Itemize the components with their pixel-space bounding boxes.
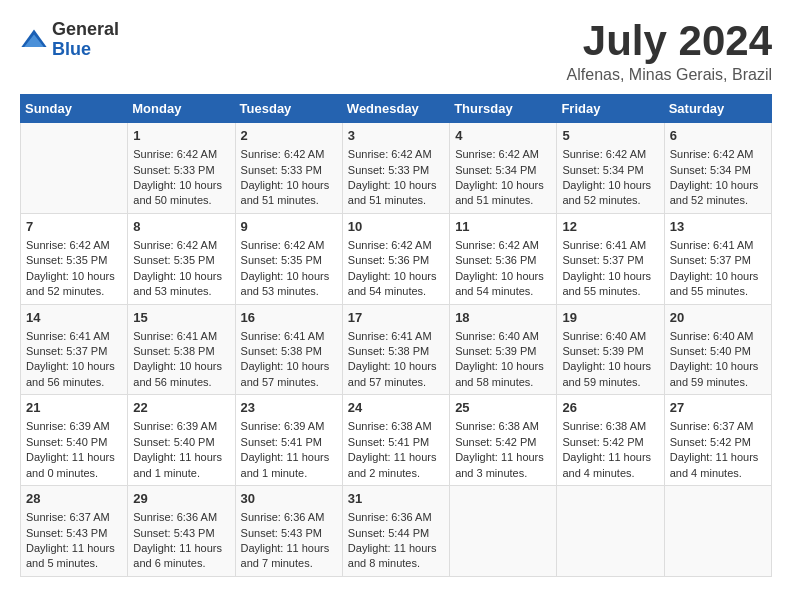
day-number: 7	[26, 218, 122, 236]
logo-text: General Blue	[52, 20, 119, 60]
day-info: Sunrise: 6:42 AM	[26, 238, 122, 253]
day-info: and 5 minutes.	[26, 556, 122, 571]
calendar-cell: 18Sunrise: 6:40 AMSunset: 5:39 PMDayligh…	[450, 304, 557, 395]
day-info: and 8 minutes.	[348, 556, 444, 571]
day-info: and 57 minutes.	[348, 375, 444, 390]
calendar-cell: 11Sunrise: 6:42 AMSunset: 5:36 PMDayligh…	[450, 213, 557, 304]
day-info: Daylight: 10 hours	[241, 269, 337, 284]
day-info: Sunset: 5:38 PM	[348, 344, 444, 359]
day-info: Daylight: 10 hours	[455, 269, 551, 284]
calendar-cell: 30Sunrise: 6:36 AMSunset: 5:43 PMDayligh…	[235, 486, 342, 577]
day-info: Sunset: 5:36 PM	[455, 253, 551, 268]
day-info: Sunrise: 6:41 AM	[562, 238, 658, 253]
weekday-header-tuesday: Tuesday	[235, 95, 342, 123]
day-info: Sunrise: 6:40 AM	[455, 329, 551, 344]
day-info: Sunset: 5:40 PM	[670, 344, 766, 359]
day-number: 21	[26, 399, 122, 417]
day-info: Sunset: 5:37 PM	[562, 253, 658, 268]
weekday-header-thursday: Thursday	[450, 95, 557, 123]
calendar-cell: 20Sunrise: 6:40 AMSunset: 5:40 PMDayligh…	[664, 304, 771, 395]
day-info: Sunset: 5:37 PM	[26, 344, 122, 359]
day-info: Sunrise: 6:41 AM	[348, 329, 444, 344]
day-info: Sunrise: 6:42 AM	[348, 238, 444, 253]
day-info: Sunset: 5:40 PM	[26, 435, 122, 450]
day-info: and 54 minutes.	[348, 284, 444, 299]
day-info: Daylight: 10 hours	[133, 178, 229, 193]
day-info: and 0 minutes.	[26, 466, 122, 481]
day-number: 1	[133, 127, 229, 145]
day-info: Daylight: 10 hours	[133, 269, 229, 284]
day-info: and 1 minute.	[133, 466, 229, 481]
location: Alfenas, Minas Gerais, Brazil	[567, 66, 772, 84]
day-number: 16	[241, 309, 337, 327]
day-info: Sunrise: 6:36 AM	[241, 510, 337, 525]
day-info: Sunset: 5:42 PM	[562, 435, 658, 450]
calendar-cell: 16Sunrise: 6:41 AMSunset: 5:38 PMDayligh…	[235, 304, 342, 395]
day-info: Sunset: 5:33 PM	[133, 163, 229, 178]
calendar-cell: 10Sunrise: 6:42 AMSunset: 5:36 PMDayligh…	[342, 213, 449, 304]
day-info: Daylight: 11 hours	[26, 450, 122, 465]
day-info: and 55 minutes.	[562, 284, 658, 299]
day-number: 9	[241, 218, 337, 236]
calendar-cell: 25Sunrise: 6:38 AMSunset: 5:42 PMDayligh…	[450, 395, 557, 486]
day-number: 6	[670, 127, 766, 145]
day-info: and 53 minutes.	[133, 284, 229, 299]
day-number: 19	[562, 309, 658, 327]
day-info: Sunrise: 6:42 AM	[455, 147, 551, 162]
day-info: Sunrise: 6:42 AM	[133, 147, 229, 162]
calendar-cell: 7Sunrise: 6:42 AMSunset: 5:35 PMDaylight…	[21, 213, 128, 304]
day-info: Sunrise: 6:38 AM	[455, 419, 551, 434]
day-info: Sunrise: 6:41 AM	[26, 329, 122, 344]
logo-general: General	[52, 20, 119, 40]
day-info: and 7 minutes.	[241, 556, 337, 571]
day-info: Sunrise: 6:36 AM	[348, 510, 444, 525]
day-number: 29	[133, 490, 229, 508]
calendar-cell: 26Sunrise: 6:38 AMSunset: 5:42 PMDayligh…	[557, 395, 664, 486]
day-info: Sunrise: 6:41 AM	[133, 329, 229, 344]
calendar-cell: 23Sunrise: 6:39 AMSunset: 5:41 PMDayligh…	[235, 395, 342, 486]
day-info: Daylight: 10 hours	[455, 178, 551, 193]
calendar-cell: 19Sunrise: 6:40 AMSunset: 5:39 PMDayligh…	[557, 304, 664, 395]
calendar-cell: 5Sunrise: 6:42 AMSunset: 5:34 PMDaylight…	[557, 123, 664, 214]
page-header: General Blue July 2024 Alfenas, Minas Ge…	[20, 20, 772, 84]
calendar-cell: 9Sunrise: 6:42 AMSunset: 5:35 PMDaylight…	[235, 213, 342, 304]
day-info: Daylight: 11 hours	[670, 450, 766, 465]
calendar-cell: 14Sunrise: 6:41 AMSunset: 5:37 PMDayligh…	[21, 304, 128, 395]
day-info: and 57 minutes.	[241, 375, 337, 390]
day-info: and 50 minutes.	[133, 193, 229, 208]
calendar-week-row: 21Sunrise: 6:39 AMSunset: 5:40 PMDayligh…	[21, 395, 772, 486]
calendar-cell: 6Sunrise: 6:42 AMSunset: 5:34 PMDaylight…	[664, 123, 771, 214]
logo-icon	[20, 26, 48, 54]
day-number: 20	[670, 309, 766, 327]
month-year: July 2024	[567, 20, 772, 62]
day-number: 11	[455, 218, 551, 236]
calendar-cell	[557, 486, 664, 577]
day-info: and 54 minutes.	[455, 284, 551, 299]
day-info: and 51 minutes.	[455, 193, 551, 208]
day-info: Sunrise: 6:39 AM	[133, 419, 229, 434]
calendar-cell: 13Sunrise: 6:41 AMSunset: 5:37 PMDayligh…	[664, 213, 771, 304]
day-info: Sunset: 5:41 PM	[241, 435, 337, 450]
calendar-cell: 17Sunrise: 6:41 AMSunset: 5:38 PMDayligh…	[342, 304, 449, 395]
day-info: and 6 minutes.	[133, 556, 229, 571]
day-number: 25	[455, 399, 551, 417]
day-info: Daylight: 11 hours	[455, 450, 551, 465]
day-info: Daylight: 10 hours	[670, 269, 766, 284]
day-info: Sunset: 5:37 PM	[670, 253, 766, 268]
weekday-header-saturday: Saturday	[664, 95, 771, 123]
day-number: 26	[562, 399, 658, 417]
day-info: Sunset: 5:34 PM	[455, 163, 551, 178]
calendar-cell: 22Sunrise: 6:39 AMSunset: 5:40 PMDayligh…	[128, 395, 235, 486]
day-info: Daylight: 11 hours	[241, 450, 337, 465]
day-info: and 2 minutes.	[348, 466, 444, 481]
day-info: Sunrise: 6:36 AM	[133, 510, 229, 525]
day-info: and 59 minutes.	[562, 375, 658, 390]
day-number: 5	[562, 127, 658, 145]
day-info: Daylight: 10 hours	[670, 359, 766, 374]
calendar-cell: 4Sunrise: 6:42 AMSunset: 5:34 PMDaylight…	[450, 123, 557, 214]
day-number: 22	[133, 399, 229, 417]
calendar-cell: 31Sunrise: 6:36 AMSunset: 5:44 PMDayligh…	[342, 486, 449, 577]
calendar-cell: 2Sunrise: 6:42 AMSunset: 5:33 PMDaylight…	[235, 123, 342, 214]
day-info: Daylight: 11 hours	[26, 541, 122, 556]
calendar-cell	[664, 486, 771, 577]
